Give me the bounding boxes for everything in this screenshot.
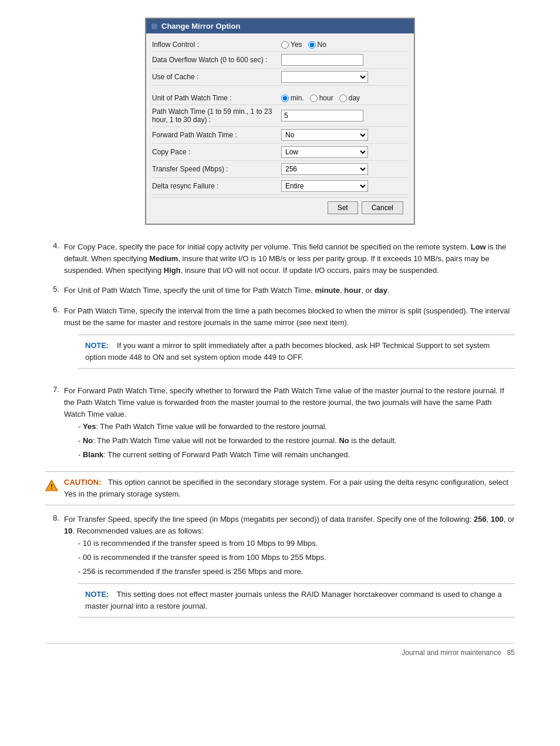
path-watch-time-label: Path Watch Time (1 to 59 min., 1 to 23 h… [152,107,281,124]
item-5: 5. For Unit of Path Watch Time, specify … [45,285,515,296]
item-7-sub-blank: - Blank: The current setting of Forward … [78,449,515,461]
unit-hour-radio[interactable] [310,94,318,102]
inflow-control-row: Inflow Control : Yes No [152,38,408,52]
caution-icon: ! [45,478,58,494]
unit-day-label[interactable]: day [339,94,360,102]
item-7: 7. For Forward Path Watch Time, specify … [45,385,515,463]
item-6-content: For Path Watch Time, specify the interva… [64,305,515,377]
item-5-number: 5. [45,285,59,296]
delta-resync-failure-row: Delta resync Failure : Entire Partial [152,178,408,195]
item-8: 8. For Transfer Speed, specify the line … [45,514,515,626]
item-6-note-label: NOTE: [85,341,109,350]
svg-text:!: ! [50,483,53,490]
inflow-control-no-label[interactable]: No [308,40,326,49]
caution-label: CAUTION: [64,478,102,487]
unit-day-radio[interactable] [339,94,347,102]
unit-hour-label[interactable]: hour [310,94,333,102]
set-button[interactable]: Set [328,201,358,214]
item-6: 6. For Path Watch Time, specify the inte… [45,305,515,377]
footer-section-label: Journal and mirror maintenance [402,649,501,657]
inflow-control-no-radio[interactable] [308,41,316,49]
dialog-title: Change Mirror Option [161,22,240,31]
copy-pace-control: Low Medium High [281,146,408,158]
inflow-control-radio-group: Yes No [281,40,326,49]
copy-pace-label: Copy Pace : [152,148,281,156]
dialog-content: Inflow Control : Yes No Data Overflow Wa… [146,33,414,224]
data-overflow-watch-label: Data Overflow Watch (0 to 600 sec) : [152,56,281,64]
item-8-note-text: This setting does not effect master jour… [85,590,502,610]
item-8-text: For Transfer Speed, specify the line spe… [64,514,515,537]
change-mirror-option-dialog[interactable]: Change Mirror Option Inflow Control : Ye… [145,18,415,225]
caution-triangle-icon: ! [45,479,58,492]
dialog-buttons: Set Cancel [152,197,408,218]
item-6-text: For Path Watch Time, specify the interva… [64,305,515,329]
transfer-speed-control: 256 100 10 [281,163,408,175]
use-of-cache-label: Use of Cache : [152,73,281,81]
item-8-sub-256: - 256 is recommended if the transfer spe… [78,566,515,578]
page-footer: Journal and mirror maintenance 85 [45,643,515,657]
data-overflow-watch-control [281,54,408,66]
item-7-sub-no: - No: The Path Watch Time value will not… [78,435,515,447]
transfer-speed-label: Transfer Speed (Mbps) : [152,165,281,173]
transfer-speed-row: Transfer Speed (Mbps) : 256 100 10 [152,161,408,178]
use-of-cache-control [281,71,408,83]
item-6-note-text: If you want a mirror to split immediatel… [85,341,490,362]
path-watch-time-row: Path Watch Time (1 to 59 min., 1 to 23 h… [152,105,408,127]
forward-path-watch-time-row: Forward Path Watch Time : No Yes Blank [152,127,408,144]
copy-pace-select[interactable]: Low Medium High [281,146,368,158]
dialog-title-icon [151,23,158,30]
transfer-speed-select[interactable]: 256 100 10 [281,163,368,175]
use-of-cache-select[interactable] [281,71,368,83]
path-watch-time-input[interactable] [281,110,363,121]
item-4-text: For Copy Pace, specify the pace for init… [64,241,515,276]
inflow-control-label: Inflow Control : [152,40,281,49]
unit-min-radio[interactable] [281,94,289,102]
caution-body: This option cannot be specified in the s… [64,478,508,498]
forward-path-watch-time-control: No Yes Blank [281,129,408,141]
item-5-text: For Unit of Path Watch Time, specify the… [64,285,390,296]
delta-resync-failure-select[interactable]: Entire Partial [281,180,368,192]
unit-path-watch-time-control: min. hour day [281,94,408,102]
item-4: 4. For Copy Pace, specify the pace for i… [45,241,515,276]
item-8-sub-10: - 10 is recommended if the transfer spee… [78,538,515,549]
caution-box: ! CAUTION: This option cannot be specifi… [45,471,515,505]
item-8-note-label: NOTE: [85,590,109,599]
footer-page-number: 85 [507,649,515,657]
use-of-cache-row: Use of Cache : [152,69,408,86]
delta-resync-failure-label: Delta resync Failure : [152,182,281,190]
item-6-number: 6. [45,305,59,377]
forward-path-watch-time-label: Forward Path Watch Time : [152,131,281,139]
unit-path-watch-time-label: Unit of Path Watch Time : [152,94,281,102]
data-overflow-watch-row: Data Overflow Watch (0 to 600 sec) : [152,52,408,69]
dialog-title-bar: Change Mirror Option [146,19,414,33]
item-8-sub-100: - 00 is recommended if the transfer spee… [78,552,515,563]
copy-pace-row: Copy Pace : Low Medium High [152,144,408,161]
inflow-control-control: Yes No [281,40,408,49]
caution-text: CAUTION: This option cannot be specified… [64,477,515,500]
item-4-number: 4. [45,241,59,276]
unit-path-watch-time-radio-group: min. hour day [281,94,360,102]
inflow-control-yes-label[interactable]: Yes [281,40,302,49]
item-8-note: NOTE: This setting does not effect maste… [78,583,515,617]
forward-path-watch-time-select[interactable]: No Yes Blank [281,129,368,141]
delta-resync-failure-control: Entire Partial [281,180,408,192]
item-7-content: For Forward Path Watch Time, specify whe… [64,385,515,463]
unit-min-label[interactable]: min. [281,94,304,102]
cancel-button[interactable]: Cancel [362,201,403,214]
item-7-number: 7. [45,385,59,463]
item-6-note: NOTE: If you want a mirror to split imme… [78,335,515,369]
unit-path-watch-time-row: Unit of Path Watch Time : min. hour day [152,92,408,105]
path-watch-time-control [281,110,408,121]
item-8-number: 8. [45,514,59,626]
item-7-sub-yes: - Yes: The Path Watch Time value will be… [78,421,515,433]
item-8-content: For Transfer Speed, specify the line spe… [64,514,515,626]
item-7-text: For Forward Path Watch Time, specify whe… [64,385,515,420]
data-overflow-watch-input[interactable] [281,54,363,66]
dialog-spacer [152,86,408,92]
inflow-control-yes-radio[interactable] [281,41,289,49]
